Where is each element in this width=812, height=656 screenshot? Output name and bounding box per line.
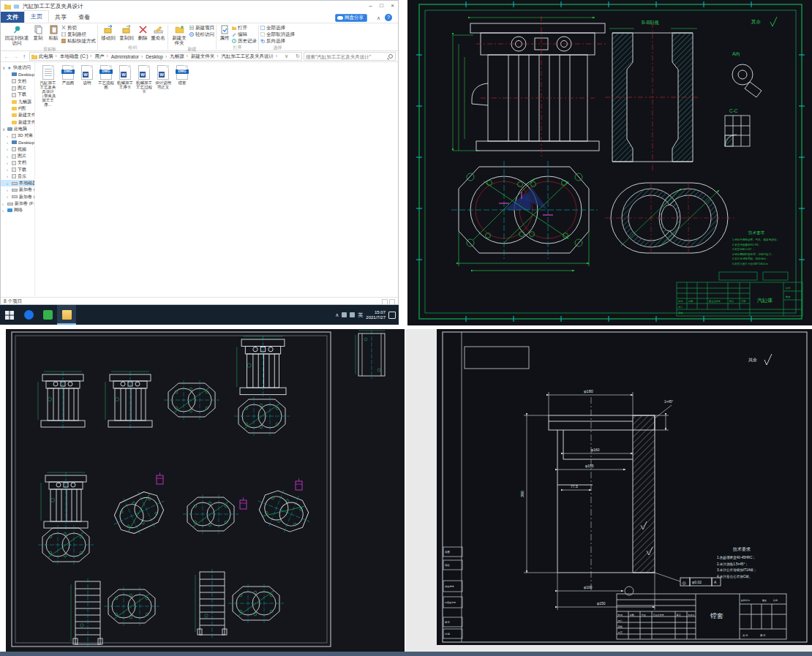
sidebar-item-desktop[interactable]: Desktop <box>1 71 34 78</box>
paste-button[interactable]: 粘贴 <box>46 24 61 41</box>
network-icon <box>7 208 12 212</box>
folder-icon <box>12 121 17 124</box>
sidebar-network[interactable]: ›网络 <box>1 207 34 214</box>
tray-icon[interactable] <box>342 312 347 317</box>
taskbar-file-explorer[interactable] <box>57 305 76 325</box>
tab-file[interactable]: 文件 <box>1 12 24 23</box>
svg-text:标记: 标记 <box>677 300 683 303</box>
file-item[interactable]: DWG 镗套 <box>173 65 191 85</box>
sidebar-item-videos[interactable]: ›视频 <box>1 146 34 153</box>
sidebar-item-volume-f[interactable]: ›新加卷 (F:) <box>1 194 34 200</box>
copy-path-button[interactable]: 复制路径 <box>61 31 96 37</box>
explorer-window-icon <box>4 4 11 10</box>
breadcrumb-item[interactable]: 此电脑 <box>37 53 59 60</box>
forward-button[interactable]: → <box>12 53 19 60</box>
cut-button[interactable]: 剪切 <box>61 25 96 31</box>
breadcrumb-item[interactable]: 本地磁盘 (C:) <box>59 53 94 60</box>
breadcrumb-item[interactable]: 新建文件夹 <box>189 53 220 60</box>
sidebar-item-folder[interactable]: P图 <box>1 105 34 112</box>
tab-view[interactable]: 查看 <box>72 12 96 23</box>
breadcrumb-item[interactable]: Administrator <box>110 54 144 59</box>
sidebar-drive-f[interactable]: ›新加卷 (F:) <box>1 200 34 207</box>
title-bar[interactable]: 汽缸加工工艺及夹具设计 – □ × <box>1 1 398 12</box>
sidebar-this-pc[interactable]: ∨此电脑 <box>1 126 34 132</box>
sidebar-item-documents[interactable]: 文档 <box>1 78 34 85</box>
sidebar-item-folder[interactable]: 新建文件夹 (2) <box>1 118 34 125</box>
address-dropdown-icon[interactable]: ∨ <box>283 53 290 59</box>
file-item[interactable]: W 设计说明书正文 <box>154 65 172 89</box>
sidebar-item-volume-d[interactable]: ›新加卷 (D:) <box>1 186 34 193</box>
sidebar-item-folder[interactable]: 新建文件夹 <box>1 112 34 118</box>
taskbar-clock[interactable]: 15:07 2021/7/27 <box>366 310 386 320</box>
taskbar-app-2[interactable] <box>38 305 57 325</box>
close-button[interactable]: × <box>387 1 398 11</box>
tray-expand-icon[interactable]: ∧ <box>335 312 339 318</box>
search-input[interactable] <box>304 54 388 59</box>
search-box[interactable] <box>304 52 396 61</box>
sidebar-item-documents[interactable]: ›文档 <box>1 159 34 166</box>
sidebar-item-music[interactable]: ›音乐 <box>1 173 34 180</box>
breadcrumb-item[interactable]: 九畅源 <box>168 53 189 60</box>
breadcrumb-item[interactable]: Desktop <box>144 54 168 59</box>
sidebar-item-pictures[interactable]: ›图片 <box>1 153 34 159</box>
rename-button[interactable]: 重命名 <box>150 24 166 41</box>
file-item[interactable]: DWG 产品图 <box>59 65 77 85</box>
search-icon[interactable] <box>388 54 393 59</box>
select-all-button[interactable]: 全部选择 <box>260 25 295 31</box>
file-item[interactable]: W 说明 <box>78 65 96 85</box>
paste-icon <box>49 25 59 34</box>
sidebar-item-local-disk-c[interactable]: ›本地磁盘 (C:) <box>1 180 34 186</box>
edit-button[interactable]: 编辑 <box>232 31 257 37</box>
svg-text:数量: 数量 <box>786 295 791 298</box>
quick-access-toolbar-icon[interactable] <box>13 4 20 10</box>
sidebar-quick-access[interactable]: ∨★快速访问 <box>1 64 34 71</box>
delete-button[interactable]: 删除 <box>136 24 149 41</box>
file-item[interactable]: W 机械加工工艺过程卡 <box>135 65 153 94</box>
start-button[interactable] <box>0 305 19 325</box>
refresh-icon[interactable]: ↻ <box>294 53 301 59</box>
tab-home[interactable]: 主页 <box>24 10 49 23</box>
help-button[interactable]: ? <box>385 14 392 21</box>
file-item[interactable]: DWG 工艺流程图 <box>97 65 115 89</box>
breadcrumb[interactable]: 此电脑 本地磁盘 (C:) 用户 Administrator Desktop 九… <box>29 52 302 61</box>
breadcrumb-item[interactable]: 汽缸加工工艺及夹具设计 <box>220 53 279 60</box>
move-to-button[interactable]: 移动到 <box>99 24 117 41</box>
paste-shortcut-button[interactable]: 粘贴快捷方式 <box>61 38 96 44</box>
history-button[interactable]: 历史记录 <box>232 38 257 44</box>
select-none-button[interactable]: 全部取消选择 <box>260 31 295 37</box>
drive-icon <box>7 203 13 206</box>
file-item[interactable]: 汽缸加工工艺及夹具设计（带夹具加工工序… <box>38 65 58 107</box>
input-language-indicator[interactable]: 英 <box>358 312 363 319</box>
new-folder-button[interactable]: 新建文件夹 <box>170 24 189 46</box>
sidebar-item-folder[interactable]: 九畅源 <box>1 98 34 105</box>
sidebar-item-pictures[interactable]: 图片 <box>1 85 34 91</box>
up-button[interactable]: ↑ <box>20 53 28 60</box>
sidebar-item-3d-objects[interactable]: ›3D 对象 <box>1 132 34 139</box>
file-item[interactable]: W 机械加工工序卡 <box>116 65 134 89</box>
pin-to-quick-access-button[interactable]: 固定到快速访问 <box>4 24 30 46</box>
sidebar-item-desktop[interactable]: ›Desktop <box>1 139 34 146</box>
back-button[interactable]: ← <box>3 53 10 60</box>
taskbar-app-1[interactable] <box>19 305 38 325</box>
ribbon-collapse-icon[interactable]: ∧ <box>377 15 380 21</box>
maximize-button[interactable]: □ <box>376 1 387 11</box>
breadcrumb-item[interactable]: 用户 <box>93 53 109 60</box>
svg-text:2.未注铸造圆角R3~R5；: 2.未注铸造圆角R3~R5； <box>732 243 761 246</box>
tab-share[interactable]: 共享 <box>49 12 72 23</box>
invert-selection-button[interactable]: 反向选择 <box>260 38 295 44</box>
action-center-icon[interactable] <box>388 312 396 319</box>
svg-text:第 张: 第 张 <box>760 634 766 637</box>
sidebar-item-downloads[interactable]: ›下载 <box>1 166 34 173</box>
easy-access-button[interactable]: 轻松访问 <box>189 31 214 37</box>
sidebar-item-downloads[interactable]: 下载 <box>1 91 34 98</box>
new-item-button[interactable]: 新建项目 <box>189 25 214 31</box>
properties-button[interactable]: 属性 <box>218 24 231 41</box>
netdisk-share-button[interactable]: 网盘分享 <box>335 14 367 22</box>
open-button[interactable]: 打开 <box>232 25 257 31</box>
minimize-button[interactable]: – <box>365 1 376 11</box>
copy-button[interactable]: 复制 <box>31 24 45 41</box>
tray-icon[interactable] <box>350 312 355 317</box>
copy-to-button[interactable]: 复制到 <box>118 24 135 41</box>
thumbnail-view-toggle[interactable] <box>389 299 395 305</box>
details-view-toggle[interactable] <box>382 299 388 305</box>
